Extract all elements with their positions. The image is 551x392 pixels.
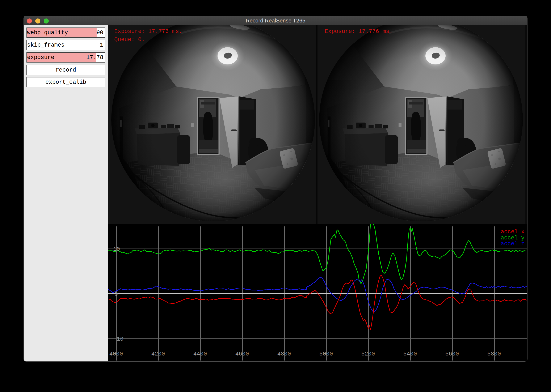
svg-text:4200: 4200 xyxy=(151,351,165,357)
svg-text:4800: 4800 xyxy=(277,351,291,357)
svg-text:5600: 5600 xyxy=(445,351,459,357)
svg-text:4000: 4000 xyxy=(109,351,123,357)
svg-text:5000: 5000 xyxy=(319,351,333,357)
svg-text:5200: 5200 xyxy=(361,351,375,357)
svg-text:Exposure: 17.776 ms.: Exposure: 17.776 ms. xyxy=(114,28,182,35)
svg-text:accel x: accel x xyxy=(501,229,524,235)
svg-text:4400: 4400 xyxy=(193,351,207,357)
svg-text:5400: 5400 xyxy=(403,351,417,357)
svg-text:4600: 4600 xyxy=(235,351,249,357)
svg-text:Exposure: 17.776 ms.: Exposure: 17.776 ms. xyxy=(325,28,393,35)
svg-text:accel y: accel y xyxy=(501,235,524,241)
svg-text:5800: 5800 xyxy=(487,351,501,357)
svg-text:Queue: 0.: Queue: 0. xyxy=(114,36,145,43)
svg-text:-10: -10 xyxy=(113,336,124,342)
svg-text:accel z: accel z xyxy=(501,241,524,247)
